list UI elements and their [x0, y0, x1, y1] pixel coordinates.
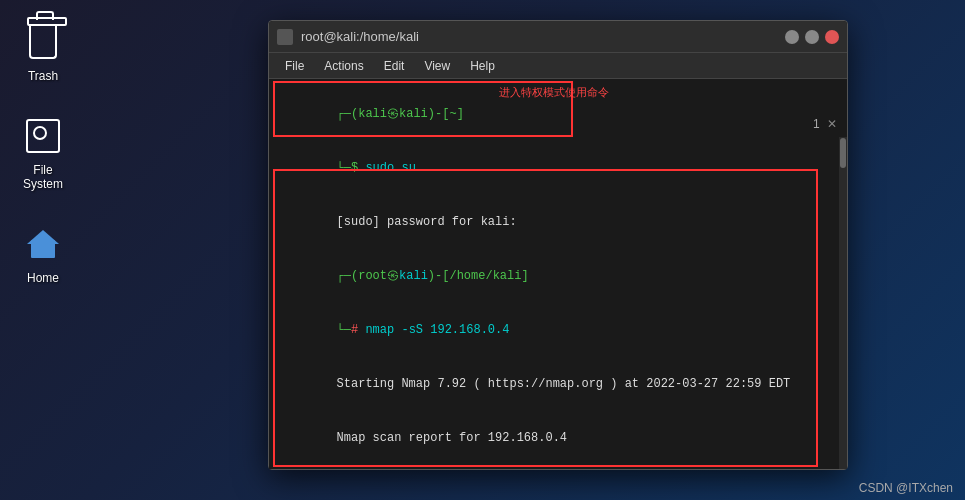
line-number-badge: 1 ✕ [813, 117, 837, 131]
term-line-2: └─$ sudo su [279, 141, 837, 195]
scrollbar-track[interactable] [839, 137, 847, 469]
titlebar-buttons [785, 30, 839, 44]
minimize-button[interactable] [785, 30, 799, 44]
menu-view[interactable]: View [416, 57, 458, 75]
menu-file[interactable]: File [277, 57, 312, 75]
watermark-text: CSDN @ITXchen [859, 481, 953, 495]
term-line-5: └─# nmap -sS 192.168.0.4 [279, 303, 837, 357]
home-icon-container[interactable]: Home [8, 217, 78, 291]
term-line-6: Starting Nmap 7.92 ( https://nmap.org ) … [279, 357, 837, 411]
terminal-menubar: File Actions Edit View Help [269, 53, 847, 79]
terminal-titlebar: root@kali:/home/kali [269, 21, 847, 53]
home-icon [28, 230, 58, 258]
term-line-8: Host is up (0.00012s latency). [279, 465, 837, 469]
trash-icon-container[interactable]: Trash [8, 15, 78, 89]
bottom-bar: CSDN @ITXchen [0, 476, 965, 500]
term-line-3: [sudo] password for kali: [279, 195, 837, 249]
trash-icon-shape [24, 21, 62, 63]
home-icon-shape [24, 223, 62, 265]
term-line-1: ┌─(kali㉿kali)-[~] [279, 87, 837, 141]
term-line-7: Nmap scan report for 192.168.0.4 [279, 411, 837, 465]
terminal-title: root@kali:/home/kali [301, 29, 419, 44]
trash-icon [29, 25, 57, 59]
terminal-content[interactable]: 进入特权模式使用命令 ┌─(kali㉿kali)-[~] └─$ sudo su… [269, 79, 847, 469]
home-label: Home [27, 271, 59, 285]
trash-label: Trash [28, 69, 58, 83]
maximize-button[interactable] [805, 30, 819, 44]
filesystem-icon-container[interactable]: File System [8, 109, 78, 197]
terminal-window-icon [277, 29, 293, 45]
close-x-icon: ✕ [827, 117, 837, 131]
filesystem-icon-shape [24, 115, 62, 157]
titlebar-left: root@kali:/home/kali [277, 29, 419, 45]
close-button[interactable] [825, 30, 839, 44]
menu-actions[interactable]: Actions [316, 57, 371, 75]
desktop-icons: Trash File System Home [8, 15, 78, 291]
menu-help[interactable]: Help [462, 57, 503, 75]
scrollbar-thumb[interactable] [840, 138, 846, 168]
filesystem-label: File System [14, 163, 72, 191]
filesystem-icon [26, 119, 60, 153]
terminal-window: root@kali:/home/kali File Actions Edit V… [268, 20, 848, 470]
term-line-4: ┌─(root㉿kali)-[/home/kali] [279, 249, 837, 303]
menu-edit[interactable]: Edit [376, 57, 413, 75]
